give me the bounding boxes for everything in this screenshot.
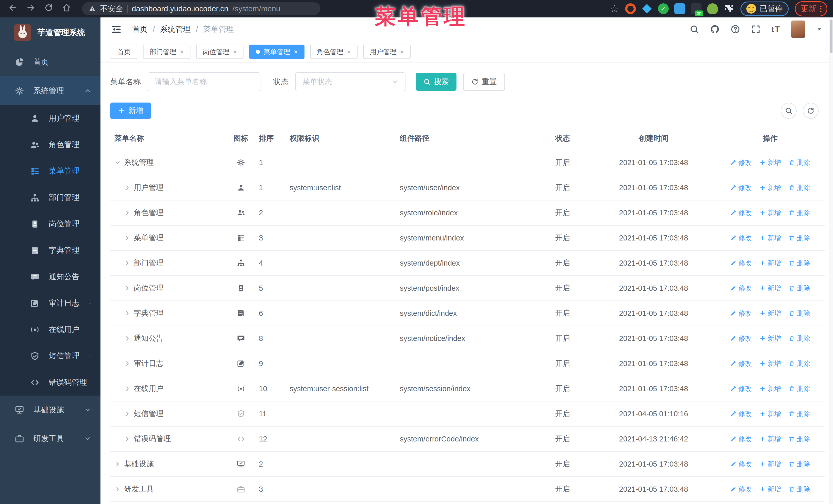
- close-icon[interactable]: ×: [233, 48, 237, 55]
- edit-action[interactable]: 修改: [730, 409, 752, 418]
- add-action[interactable]: 新增: [759, 284, 781, 293]
- menu-name-input[interactable]: 请输入菜单名称: [148, 72, 260, 91]
- font-size-icon[interactable]: tT: [771, 25, 780, 34]
- menu-name[interactable]: 岗位管理: [134, 283, 164, 293]
- sidebar-item-错误码管理[interactable]: 错误码管理: [0, 369, 100, 395]
- paused-extension-badge[interactable]: 已暂停: [740, 2, 789, 16]
- tab-用户管理[interactable]: 用户管理×: [363, 45, 411, 59]
- add-action[interactable]: 新增: [759, 384, 781, 393]
- sidebar-item-菜单管理[interactable]: 菜单管理: [0, 158, 100, 184]
- delete-action[interactable]: 删除: [789, 158, 810, 167]
- github-icon[interactable]: [710, 24, 720, 34]
- sidebar-item-系统管理[interactable]: 系统管理: [0, 76, 100, 105]
- add-action[interactable]: 新增: [759, 334, 781, 343]
- delete-action[interactable]: 删除: [789, 284, 810, 293]
- search-icon[interactable]: [689, 24, 699, 34]
- delete-action[interactable]: 删除: [789, 359, 810, 368]
- avatar[interactable]: [791, 21, 805, 38]
- edit-action[interactable]: 修改: [730, 284, 752, 293]
- edit-action[interactable]: 修改: [730, 334, 752, 343]
- browser-reload-icon[interactable]: [44, 3, 54, 14]
- edit-action[interactable]: 修改: [730, 460, 752, 469]
- edit-action[interactable]: 修改: [730, 309, 752, 318]
- menu-name[interactable]: 部门管理: [134, 258, 164, 268]
- menu-name[interactable]: 系统管理: [124, 158, 154, 168]
- sidebar-item-角色管理[interactable]: 角色管理: [0, 131, 100, 158]
- add-button[interactable]: 新增: [110, 102, 151, 119]
- menu-name[interactable]: 基础设施: [124, 459, 154, 469]
- breadcrumb-item[interactable]: 系统管理: [160, 24, 191, 34]
- delete-action[interactable]: 删除: [789, 309, 810, 318]
- edit-action[interactable]: 修改: [730, 183, 752, 192]
- browser-home-icon[interactable]: [62, 3, 72, 14]
- breadcrumb-item[interactable]: 首页: [132, 24, 148, 34]
- sidebar-item-基础设施[interactable]: 基础设施: [0, 395, 100, 424]
- delete-action[interactable]: 删除: [789, 234, 810, 242]
- menu-name[interactable]: 用户管理: [134, 183, 164, 193]
- delete-action[interactable]: 删除: [789, 334, 810, 343]
- dark-grid-ext-icon[interactable]: on: [691, 3, 701, 14]
- blue-grid-ext-icon[interactable]: [674, 3, 685, 14]
- delete-action[interactable]: 删除: [789, 434, 810, 443]
- sidebar-item-审计日志[interactable]: 审计日志: [0, 290, 100, 316]
- more-menu-icon[interactable]: [820, 6, 822, 12]
- menu-name[interactable]: 错误码管理: [134, 434, 171, 444]
- add-action[interactable]: 新增: [759, 485, 781, 494]
- delete-action[interactable]: 删除: [789, 259, 810, 268]
- tab-岗位管理[interactable]: 岗位管理×: [196, 45, 243, 59]
- close-icon[interactable]: ×: [400, 48, 404, 55]
- tab-首页[interactable]: 首页: [111, 45, 137, 59]
- delete-action[interactable]: 删除: [789, 209, 810, 217]
- user-menu-caret-icon[interactable]: [816, 26, 823, 32]
- tab-部门管理[interactable]: 部门管理×: [143, 45, 190, 59]
- sidebar-item-字典管理[interactable]: 字典管理: [0, 237, 100, 264]
- add-action[interactable]: 新增: [759, 434, 781, 443]
- menu-name[interactable]: 通知公告: [134, 333, 164, 343]
- delete-action[interactable]: 删除: [789, 485, 810, 494]
- menu-name[interactable]: 字典管理: [134, 308, 164, 318]
- add-action[interactable]: 新增: [759, 234, 781, 242]
- close-icon[interactable]: ×: [294, 48, 298, 55]
- sidebar-item-岗位管理[interactable]: 岗位管理: [0, 211, 100, 237]
- sidebar-item-短信管理[interactable]: 短信管理: [0, 343, 100, 369]
- green-bug-ext-icon[interactable]: [707, 3, 718, 14]
- bookmark-star-icon[interactable]: ☆: [610, 3, 619, 15]
- search-button[interactable]: 搜索: [416, 73, 456, 91]
- tab-菜单管理[interactable]: 菜单管理×: [249, 45, 304, 59]
- reset-button[interactable]: 重置: [463, 73, 505, 91]
- orange-ring-ext-icon[interactable]: [625, 3, 636, 14]
- delete-action[interactable]: 删除: [789, 409, 810, 418]
- close-icon[interactable]: ×: [347, 48, 351, 55]
- sidebar-item-在线用户[interactable]: 在线用户: [0, 316, 100, 343]
- add-action[interactable]: 新增: [759, 309, 781, 318]
- browser-forward-icon[interactable]: [26, 3, 36, 14]
- sidebar-item-研发工具[interactable]: 研发工具: [0, 424, 100, 453]
- edit-action[interactable]: 修改: [730, 434, 752, 443]
- edit-action[interactable]: 修改: [730, 209, 752, 217]
- menu-name[interactable]: 菜单管理: [134, 233, 164, 243]
- logo-row[interactable]: 芋道管理系统: [0, 18, 100, 48]
- green-check-ext-icon[interactable]: ✓: [658, 3, 669, 14]
- add-action[interactable]: 新增: [759, 409, 781, 418]
- help-icon[interactable]: [731, 24, 740, 34]
- sidebar-item-首页[interactable]: 首页: [0, 48, 100, 76]
- show-search-button[interactable]: [781, 103, 796, 119]
- scrollbar[interactable]: [829, 18, 833, 504]
- add-action[interactable]: 新增: [759, 209, 781, 217]
- browser-back-icon[interactable]: [8, 3, 18, 14]
- menu-name[interactable]: 角色管理: [134, 208, 164, 218]
- address-bar[interactable]: 不安全 dashboard.yudao.iocoder.cn/system/me…: [82, 2, 320, 15]
- tab-角色管理[interactable]: 角色管理×: [310, 45, 358, 59]
- delete-action[interactable]: 删除: [789, 183, 810, 192]
- edit-action[interactable]: 修改: [730, 359, 752, 368]
- puzzle-ext-icon[interactable]: [723, 3, 734, 14]
- sidebar-item-用户管理[interactable]: 用户管理: [0, 105, 100, 131]
- refresh-table-button[interactable]: [803, 103, 819, 119]
- delete-action[interactable]: 删除: [789, 384, 810, 393]
- browser-update-button[interactable]: 更新: [795, 1, 827, 17]
- edit-action[interactable]: 修改: [730, 158, 752, 167]
- add-action[interactable]: 新增: [759, 359, 781, 368]
- sidebar-item-部门管理[interactable]: 部门管理: [0, 184, 100, 211]
- add-action[interactable]: 新增: [759, 183, 781, 192]
- menu-name[interactable]: 研发工具: [124, 484, 154, 494]
